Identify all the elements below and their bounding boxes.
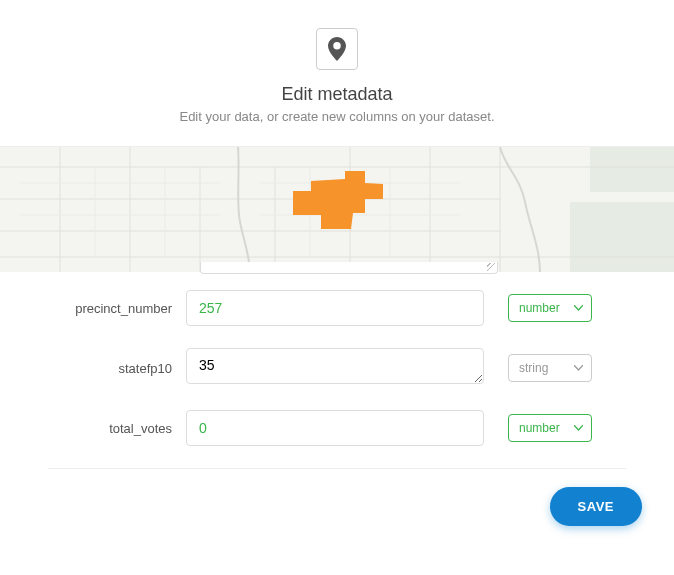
chevron-down-icon xyxy=(574,365,583,371)
field-row-precinct_number: precinct_numbernumber xyxy=(24,290,650,326)
map-preview xyxy=(0,146,674,272)
field-row-statefp10: statefp1035string xyxy=(24,348,650,388)
metadata-form: precinct_numbernumberstatefp1035stringto… xyxy=(0,262,674,469)
type-select-total_votes[interactable]: number xyxy=(508,414,592,442)
field-label: statefp10 xyxy=(24,361,186,376)
field-row-total_votes: total_votesnumber xyxy=(24,410,650,446)
svg-rect-2 xyxy=(590,147,674,192)
svg-rect-1 xyxy=(570,202,674,272)
chevron-down-icon xyxy=(574,425,583,431)
modal-title: Edit metadata xyxy=(0,84,674,105)
map-pin-icon xyxy=(316,28,358,70)
truncated-field-bottom xyxy=(200,262,450,274)
type-select-value: number xyxy=(519,301,560,315)
chevron-down-icon xyxy=(574,305,583,311)
field-input-precinct_number[interactable] xyxy=(186,290,484,326)
modal-subtitle: Edit your data, or create new columns on… xyxy=(0,109,674,124)
type-select-precinct_number[interactable]: number xyxy=(508,294,592,322)
field-label: precinct_number xyxy=(24,301,186,316)
modal-header: Edit metadata Edit your data, or create … xyxy=(0,0,674,142)
save-button[interactable]: SAVE xyxy=(550,487,642,526)
field-input-total_votes[interactable] xyxy=(186,410,484,446)
type-select-statefp10[interactable]: string xyxy=(508,354,592,382)
modal-footer: SAVE xyxy=(0,469,674,526)
field-label: total_votes xyxy=(24,421,186,436)
type-select-value: number xyxy=(519,421,560,435)
type-select-value: string xyxy=(519,361,548,375)
field-input-statefp10[interactable]: 35 xyxy=(186,348,484,384)
precinct-polygon xyxy=(293,171,383,241)
